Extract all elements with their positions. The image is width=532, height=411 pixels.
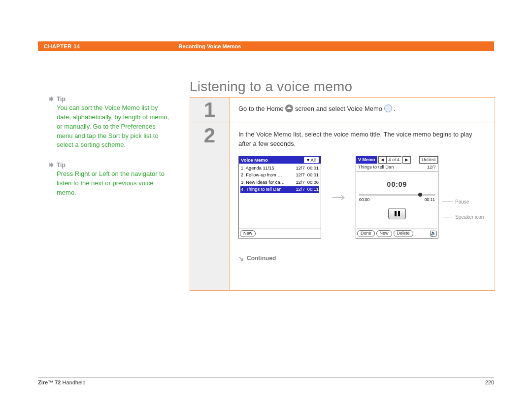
prev-memo-button[interactable]: ◀ — [378, 156, 387, 164]
screen-title: V Memo — [356, 156, 377, 164]
next-memo-button[interactable]: ▶ — [402, 156, 411, 164]
memo-list: 1. Agenda 11/15 12/7 00:01 2. Follow-up … — [239, 164, 321, 229]
page-title: Listening to a voice memo — [190, 79, 352, 95]
home-icon — [285, 104, 293, 112]
tips-sidebar: Tip You can sort the Voice Memo list by … — [57, 96, 172, 209]
start-time: 00:00 — [359, 197, 369, 203]
list-item[interactable]: 3. New ideas for ca… 12/7 00:06 — [240, 179, 319, 186]
list-item[interactable]: 2. Follow-up from … 12/7 00:01 — [240, 172, 319, 179]
annotation: Pause — [442, 199, 484, 205]
screen-titlebar: Voice Memo ▾ All — [239, 156, 321, 164]
category-picker[interactable]: Unfiled — [419, 156, 438, 164]
screenshots-group: Voice Memo ▾ All 1. Agenda 11/15 12/7 00… — [238, 156, 487, 239]
pause-button[interactable] — [388, 208, 406, 219]
page-footer: Zire™ 72 Handheld 220 — [38, 377, 494, 385]
new-button[interactable]: New — [240, 230, 256, 237]
step-text: screen and select Voice Memo — [295, 105, 384, 112]
voice-memo-list-screen: Voice Memo ▾ All 1. Agenda 11/15 12/7 00… — [238, 156, 321, 239]
annotation: Speaker icon — [442, 214, 484, 220]
annotation-leader-line — [442, 217, 453, 217]
chapter-header: CHAPTER 14 Recording Voice Memos — [38, 41, 494, 51]
progress-thumb[interactable] — [418, 193, 422, 197]
annotation-label: Pause — [455, 199, 469, 205]
product-name: Zire™ 72 Handheld — [38, 379, 86, 385]
list-item-selected[interactable]: 4. Things to tell Dan 12/7 00:11 — [240, 186, 319, 193]
tip-heading: Tip — [57, 96, 172, 103]
screen-titlebar: V Memo ◀ 4 of 4 ▶ Unfiled — [356, 156, 438, 164]
progress-track — [359, 194, 435, 196]
list-item[interactable]: 1. Agenda 11/15 12/7 00:01 — [240, 165, 319, 171]
tip-block: Tip Press Right or Left on the navigator… — [57, 162, 172, 198]
continued-label: Continued — [247, 254, 276, 263]
screen-footer: Done New Delete 🔈 — [357, 229, 437, 237]
pause-icon — [398, 211, 400, 216]
done-button[interactable]: Done — [357, 230, 375, 237]
product-name-rest: Handheld — [61, 379, 85, 385]
memo-info-row: Things to tell Dan 12/7 — [356, 164, 438, 171]
pause-icon — [395, 211, 397, 216]
page-number: 220 — [485, 379, 494, 385]
new-button[interactable]: New — [376, 230, 392, 237]
annotation-leader-line — [442, 202, 453, 202]
delete-button[interactable]: Delete — [394, 230, 413, 237]
step-row-1: 1 Go to the Home screen and select Voice… — [190, 98, 495, 123]
step-row-2: 2 In the Voice Memo list, select the voi… — [190, 123, 495, 290]
steps-panel: 1 Go to the Home screen and select Voice… — [190, 97, 495, 291]
step-number: 2 — [190, 123, 230, 290]
step-body: Go to the Home screen and select Voice M… — [230, 98, 495, 123]
progress-bar[interactable]: 00:00 00:11 — [359, 194, 435, 203]
screen-title: Voice Memo — [241, 157, 268, 164]
step-text: Go to the Home — [238, 105, 285, 112]
tip-heading: Tip — [57, 162, 172, 169]
tip-body: You can sort the Voice Memo list by date… — [57, 103, 172, 150]
annotation-label: Speaker icon — [455, 214, 484, 220]
memo-date: 12/7 — [427, 164, 436, 171]
end-time: 00:11 — [425, 197, 435, 203]
memo-counter: 4 of 4 — [387, 156, 402, 164]
screen-footer: New — [239, 229, 321, 238]
product-name-bold: Zire™ 72 — [38, 379, 61, 385]
step-text: . — [394, 105, 396, 112]
section-title: Recording Voice Memos — [178, 43, 241, 49]
continued-indicator: Continued — [238, 254, 487, 264]
voice-memo-playback-screen: V Memo ◀ 4 of 4 ▶ Unfiled Things to tell… — [356, 156, 438, 239]
step-intro: In the Voice Memo list, select the voice… — [238, 130, 487, 149]
speaker-icon[interactable]: 🔈 — [430, 231, 437, 237]
chapter-label: CHAPTER 14 — [44, 43, 80, 49]
arrow-right-icon: → — [328, 182, 349, 212]
tip-body: Press Right or Left on the navigator to … — [57, 170, 172, 198]
step-body: In the Voice Memo list, select the voice… — [230, 123, 495, 290]
step-number: 1 — [190, 98, 230, 123]
playback-timer: 00:09 — [356, 179, 438, 189]
memo-name: Things to tell Dan — [358, 164, 394, 171]
category-filter[interactable]: ▾ All — [304, 157, 319, 164]
tip-block: Tip You can sort the Voice Memo list by … — [57, 96, 172, 150]
voice-memo-icon — [384, 104, 392, 112]
progress-labels: 00:00 00:11 — [359, 197, 435, 203]
annotation-group: Pause Speaker icon — [442, 174, 484, 220]
